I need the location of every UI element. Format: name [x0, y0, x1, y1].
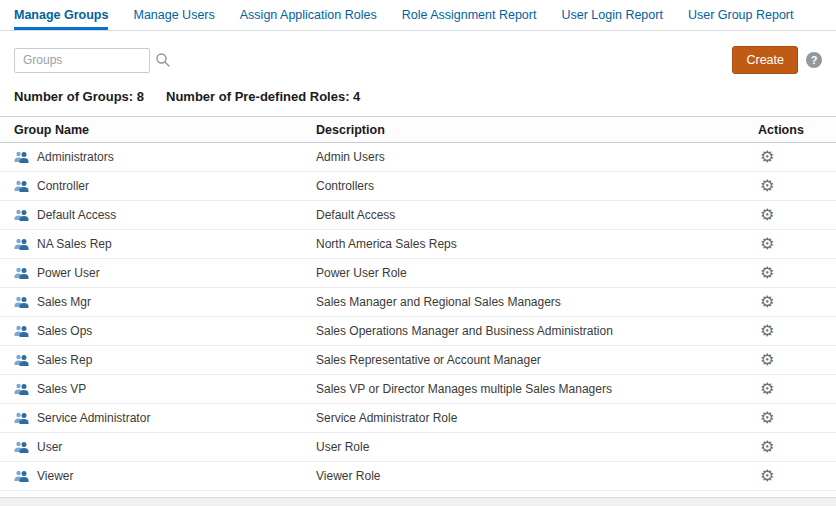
create-button[interactable]: Create — [732, 46, 798, 74]
tab-bar: Manage Groups Manage Users Assign Applic… — [0, 0, 836, 31]
group-icon — [14, 238, 29, 250]
group-name: Viewer — [37, 469, 73, 483]
group-icon — [14, 267, 29, 279]
group-icon — [14, 325, 29, 337]
group-name: Controller — [37, 179, 89, 193]
group-icon — [14, 151, 29, 163]
group-icon — [14, 296, 29, 308]
row-actions-gear-icon[interactable]: ⚙ — [760, 381, 774, 397]
row-actions-gear-icon[interactable]: ⚙ — [760, 352, 774, 368]
row-actions-gear-icon[interactable]: ⚙ — [760, 236, 774, 252]
group-name: Administrators — [37, 150, 114, 164]
row-actions-gear-icon[interactable]: ⚙ — [760, 439, 774, 455]
column-header-description: Description — [316, 123, 744, 137]
group-description: Controllers — [316, 179, 744, 193]
group-description: North America Sales Reps — [316, 237, 744, 251]
help-icon[interactable]: ? — [806, 52, 822, 68]
row-actions-gear-icon[interactable]: ⚙ — [760, 468, 774, 484]
group-name: Service Administrator — [37, 411, 150, 425]
search-icon[interactable] — [155, 52, 171, 68]
row-actions-gear-icon[interactable]: ⚙ — [760, 323, 774, 339]
group-description: User Role — [316, 440, 744, 454]
horizontal-scrollbar-track[interactable] — [0, 497, 836, 506]
table-row: Administrators Admin Users ⚙ — [0, 143, 836, 172]
row-actions-gear-icon[interactable]: ⚙ — [760, 207, 774, 223]
tab-role-assignment-report[interactable]: Role Assignment Report — [402, 0, 537, 30]
table-row: Sales Mgr Sales Manager and Regional Sal… — [0, 288, 836, 317]
group-description: Viewer Role — [316, 469, 744, 483]
tab-user-group-report[interactable]: User Group Report — [688, 0, 794, 30]
table-body: Administrators Admin Users ⚙ Controller … — [0, 143, 836, 491]
group-description: Sales Operations Manager and Business Ad… — [316, 324, 744, 338]
group-name: Sales Ops — [37, 324, 92, 338]
table-row: Sales Ops Sales Operations Manager and B… — [0, 317, 836, 346]
table-row: Sales Rep Sales Representative or Accoun… — [0, 346, 836, 375]
group-icon — [14, 470, 29, 482]
group-icon — [14, 209, 29, 221]
group-description: Service Administrator Role — [316, 411, 744, 425]
table-header-row: Group Name Description Actions — [0, 116, 836, 143]
table-row: Controller Controllers ⚙ — [0, 172, 836, 201]
group-icon — [14, 354, 29, 366]
table-row: NA Sales Rep North America Sales Reps ⚙ — [0, 230, 836, 259]
groups-search-input[interactable] — [14, 48, 150, 73]
tab-assign-application-roles[interactable]: Assign Application Roles — [240, 0, 377, 30]
table-row: User User Role ⚙ — [0, 433, 836, 462]
summary-bar: Number of Groups: 8 Number of Pre-define… — [0, 87, 836, 116]
group-icon — [14, 383, 29, 395]
group-name: Sales VP — [37, 382, 86, 396]
group-name: Sales Rep — [37, 353, 92, 367]
group-description: Sales VP or Director Manages multiple Sa… — [316, 382, 744, 396]
table-row: Default Access Default Access ⚙ — [0, 201, 836, 230]
row-actions-gear-icon[interactable]: ⚙ — [760, 149, 774, 165]
tab-manage-users[interactable]: Manage Users — [133, 0, 214, 30]
group-description: Default Access — [316, 208, 744, 222]
table-row: Service Administrator Service Administra… — [0, 404, 836, 433]
table-row: Sales VP Sales VP or Director Manages mu… — [0, 375, 836, 404]
group-description: Power User Role — [316, 266, 744, 280]
group-icon — [14, 441, 29, 453]
tab-user-login-report[interactable]: User Login Report — [561, 0, 662, 30]
group-name: User — [37, 440, 62, 454]
row-actions-gear-icon[interactable]: ⚙ — [760, 265, 774, 281]
groups-table: Group Name Description Actions Administr… — [0, 116, 836, 491]
column-header-actions: Actions — [744, 123, 836, 137]
row-actions-gear-icon[interactable]: ⚙ — [760, 178, 774, 194]
group-icon — [14, 180, 29, 192]
row-actions-gear-icon[interactable]: ⚙ — [760, 410, 774, 426]
predefined-roles-count-label: Number of Pre-defined Roles: 4 — [166, 89, 360, 104]
group-description: Sales Representative or Account Manager — [316, 353, 744, 367]
group-description: Admin Users — [316, 150, 744, 164]
group-name: Power User — [37, 266, 100, 280]
table-row: Power User Power User Role ⚙ — [0, 259, 836, 288]
table-row: Viewer Viewer Role ⚙ — [0, 462, 836, 491]
group-name: Sales Mgr — [37, 295, 91, 309]
row-actions-gear-icon[interactable]: ⚙ — [760, 294, 774, 310]
tab-manage-groups[interactable]: Manage Groups — [14, 0, 108, 30]
column-header-group-name: Group Name — [0, 123, 316, 137]
group-icon — [14, 412, 29, 424]
groups-count-label: Number of Groups: 8 — [14, 89, 144, 104]
toolbar: Create ? — [0, 31, 836, 87]
group-name: NA Sales Rep — [37, 237, 112, 251]
group-description: Sales Manager and Regional Sales Manager… — [316, 295, 744, 309]
group-name: Default Access — [37, 208, 116, 222]
